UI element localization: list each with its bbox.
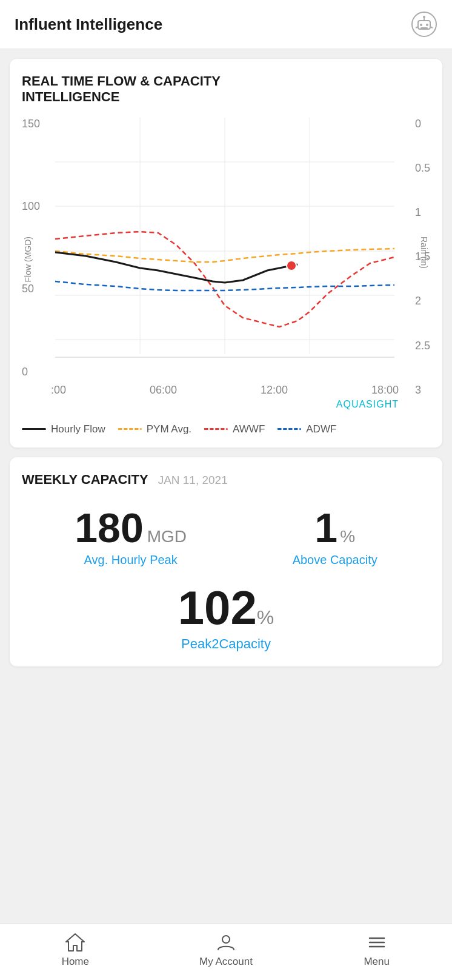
stat-avg-hourly-peak: 180MGD Avg. Hourly Peak	[75, 507, 187, 567]
y-right-0: 0	[415, 118, 430, 130]
aquasight-label: AQUASIGHT	[336, 399, 399, 410]
stat-peak2capacity: 102% Peak2Capacity	[22, 584, 430, 652]
app-header: Influent Intelligence	[0, 0, 452, 49]
chart-container: 150 100 50 0 0 0.5 1 1.5 2 2.5 3 Flow (M…	[22, 118, 430, 433]
stat-label-avg-hourly-peak: Avg. Hourly Peak	[84, 553, 178, 567]
y-right-1: 1	[415, 206, 430, 219]
y-left-50: 50	[22, 283, 40, 295]
legend-line-dashed-blue	[277, 428, 301, 430]
bottom-nav: Home My Account Menu	[0, 924, 452, 980]
stats-row-top: 180MGD Avg. Hourly Peak 1% Above Capacit…	[22, 507, 430, 567]
stat-value-180: 180MGD	[75, 507, 187, 548]
legend-hourly-flow-label: Hourly Flow	[51, 423, 105, 435]
app-title: Influent Intelligence	[15, 15, 162, 34]
weekly-header: WEEKLY CAPACITY JAN 11, 2021	[22, 472, 430, 488]
nav-home-label: Home	[62, 956, 89, 968]
account-icon	[215, 931, 237, 953]
stat-label-above-capacity: Above Capacity	[293, 553, 377, 567]
stat-value-1: 1%	[314, 507, 355, 548]
x-label-18: 18:00	[371, 384, 399, 397]
robot-icon[interactable]	[411, 11, 437, 38]
y-axis-left-label: Flow (MGD)	[23, 237, 33, 282]
nav-menu[interactable]: Menu	[347, 931, 407, 968]
flow-capacity-card: REAL TIME FLOW & CAPACITYINTELLIGENCE 15…	[10, 59, 442, 448]
chart-svg	[51, 118, 399, 384]
stat-above-capacity: 1% Above Capacity	[293, 507, 377, 567]
legend-line-solid	[22, 428, 46, 430]
weekly-date: JAN 11, 2021	[158, 474, 228, 487]
svg-rect-8	[420, 27, 428, 29]
svg-point-2	[420, 24, 422, 26]
nav-my-account[interactable]: My Account	[196, 931, 256, 968]
stat-label-peak2capacity: Peak2Capacity	[181, 636, 271, 652]
legend-pym-avg-label: PYM Avg.	[147, 423, 191, 435]
y-right-0.5: 0.5	[415, 162, 430, 175]
legend-awwf-label: AWWF	[233, 423, 265, 435]
stat-value-102: 102%	[178, 584, 274, 631]
y-right-2: 2	[415, 295, 430, 307]
y-left-150: 150	[22, 118, 40, 130]
y-right-2.5: 2.5	[415, 340, 430, 352]
legend-line-dashed-orange	[118, 428, 142, 430]
nav-menu-label: Menu	[364, 956, 390, 968]
x-label-6: 06:00	[150, 384, 177, 397]
menu-icon	[366, 931, 388, 953]
chart-title: REAL TIME FLOW & CAPACITYINTELLIGENCE	[22, 73, 430, 106]
flow-dot	[287, 261, 296, 270]
weekly-title: WEEKLY CAPACITY	[22, 472, 148, 488]
legend-adwf: ADWF	[277, 423, 336, 435]
legend-line-dashed-red	[204, 428, 228, 430]
x-label-12: 12:00	[261, 384, 288, 397]
nav-home[interactable]: Home	[45, 931, 105, 968]
nav-my-account-label: My Account	[199, 956, 253, 968]
svg-point-5	[423, 16, 425, 18]
legend-pym-avg: PYM Avg.	[118, 423, 191, 435]
y-left-0: 0	[22, 366, 40, 378]
svg-point-3	[426, 24, 428, 26]
svg-point-18	[222, 936, 230, 943]
home-icon	[64, 931, 86, 953]
weekly-capacity-card: WEEKLY CAPACITY JAN 11, 2021 180MGD Avg.…	[10, 457, 442, 666]
main-content: REAL TIME FLOW & CAPACITYINTELLIGENCE 15…	[0, 49, 452, 727]
chart-legend: Hourly Flow PYM Avg. AWWF ADWF	[22, 423, 430, 435]
y-axis-right-label: Rain (in)	[419, 237, 429, 269]
legend-awwf: AWWF	[204, 423, 265, 435]
legend-hourly-flow: Hourly Flow	[22, 423, 105, 435]
y-left-100: 100	[22, 200, 40, 213]
legend-adwf-label: ADWF	[306, 423, 336, 435]
x-label-0: :00	[51, 384, 66, 397]
y-right-3: 3	[415, 384, 430, 397]
